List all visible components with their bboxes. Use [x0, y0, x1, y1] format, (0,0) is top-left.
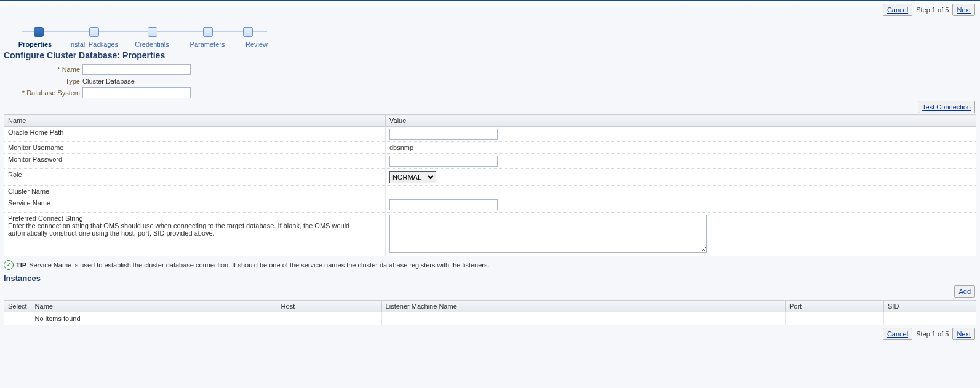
- wizard-label-install-packages: Install Packages: [63, 41, 124, 48]
- wizard-node-install-packages: [89, 27, 99, 37]
- row-preferred-connect-string: Preferred Connect String Enter the conne…: [4, 213, 976, 256]
- row-oracle-home-path: Oracle Home Path: [4, 127, 976, 142]
- wizard-node-credentials: [148, 27, 157, 37]
- label-monitor-password: Monitor Password: [4, 154, 386, 169]
- type-value: Cluster Database: [82, 77, 135, 85]
- label-cluster-name: Cluster Name: [4, 186, 386, 197]
- label-service-name: Service Name: [4, 197, 386, 213]
- wizard-node-review: [243, 27, 253, 37]
- tip-label: TIP: [16, 261, 26, 269]
- row-monitor-password: Monitor Password: [4, 154, 976, 169]
- label-preferred-connect-string: Preferred Connect String: [8, 215, 381, 222]
- next-button-bottom[interactable]: Next: [952, 328, 975, 340]
- select-role[interactable]: NORMAL SYSDBA SYSOPER: [389, 171, 436, 183]
- value-monitor-username: dbsnmp: [386, 142, 976, 154]
- col-inst-name: Name: [31, 301, 277, 312]
- row-cluster-name: Cluster Name: [4, 186, 976, 197]
- row-service-name: Service Name: [4, 197, 976, 213]
- label-monitor-username: Monitor Username: [4, 142, 386, 154]
- step-indicator: Step 1 of 5: [916, 6, 949, 14]
- col-listener: Listener Machine Name: [381, 301, 785, 312]
- instances-table: Select Name Host Listener Machine Name P…: [4, 300, 976, 325]
- table-row-empty: No items found: [4, 312, 976, 325]
- wizard-node-properties: [34, 27, 44, 37]
- page-title: Configure Cluster Database: Properties: [4, 50, 980, 60]
- col-name: Name: [4, 115, 386, 127]
- col-port: Port: [786, 301, 884, 312]
- next-button[interactable]: Next: [952, 4, 975, 16]
- cancel-button[interactable]: Cancel: [883, 4, 912, 16]
- label-role: Role: [4, 169, 386, 186]
- col-select: Select: [4, 301, 31, 312]
- textarea-preferred-connect-string[interactable]: [389, 215, 707, 253]
- row-role: Role NORMAL SYSDBA SYSOPER: [4, 169, 976, 186]
- col-value: Value: [386, 115, 976, 127]
- label-oracle-home-path: Oracle Home Path: [4, 127, 386, 142]
- tip-text: Service Name is used to establish the cl…: [29, 261, 489, 269]
- name-input[interactable]: [82, 64, 191, 75]
- type-label: Type: [0, 77, 80, 85]
- database-system-input[interactable]: [82, 87, 191, 98]
- cancel-button-bottom[interactable]: Cancel: [883, 328, 912, 340]
- wizard-node-parameters: [203, 27, 213, 37]
- col-sid: SID: [884, 301, 976, 312]
- input-service-name[interactable]: [389, 199, 498, 210]
- test-connection-button[interactable]: Test Connection: [918, 101, 975, 113]
- input-oracle-home-path[interactable]: [389, 129, 498, 140]
- wizard-label-review: Review: [235, 41, 278, 48]
- add-button[interactable]: Add: [954, 285, 975, 298]
- wizard-label-credentials: Credentials: [124, 41, 180, 48]
- input-monitor-password[interactable]: [389, 156, 498, 167]
- col-host: Host: [277, 301, 381, 312]
- step-indicator-bottom: Step 1 of 5: [916, 330, 949, 338]
- database-system-label: Database System: [0, 89, 80, 97]
- name-label: Name: [0, 66, 80, 73]
- row-monitor-username: Monitor Username dbsnmp: [4, 142, 976, 154]
- wizard-label-properties: Properties: [7, 41, 63, 48]
- wizard-label-parameters: Parameters: [180, 41, 235, 48]
- value-cluster-name: [386, 186, 976, 197]
- instances-title: Instances: [4, 274, 980, 283]
- properties-table: Name Value Oracle Home Path Monitor User…: [4, 114, 976, 256]
- desc-preferred-connect-string: Enter the connection string that OMS sho…: [8, 222, 381, 237]
- check-icon: ✓: [4, 260, 14, 270]
- wizard-train: [18, 27, 271, 38]
- no-items-found: No items found: [31, 312, 277, 325]
